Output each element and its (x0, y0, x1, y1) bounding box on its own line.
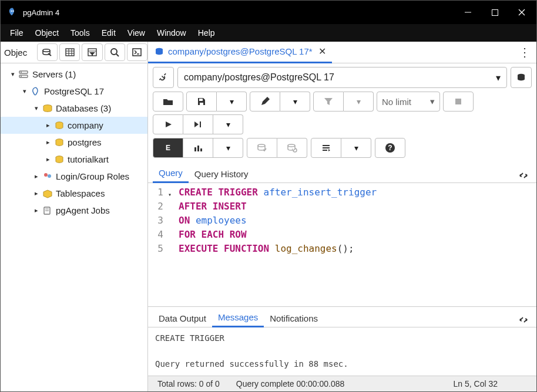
explain-button[interactable]: E (153, 138, 183, 158)
svg-rect-37 (194, 147, 196, 151)
menu-view[interactable]: View (122, 26, 151, 40)
app-window: pgAdmin 4 File Object Tools Edit View Wi… (0, 0, 537, 392)
sidebar-title: Objec (1, 48, 35, 58)
connection-bar: company/postgres@PostgreSQL 17 ▾ (148, 63, 536, 92)
macros-button[interactable] (311, 138, 341, 158)
tree-servers[interactable]: ▾ Servers (1) (1, 66, 147, 83)
toolbar-main: ▾ ▾ ▾ No limit▾ ▾ (148, 92, 536, 138)
menu-edit[interactable]: Edit (96, 26, 122, 40)
chevron-down-icon: ▾ (430, 96, 435, 107)
svg-rect-7 (66, 49, 74, 56)
tree-pgagent[interactable]: ▸ pgAgent Jobs (1, 202, 147, 219)
help-button[interactable]: ? (375, 138, 405, 158)
execute-script-button[interactable] (183, 114, 213, 134)
save-dropdown[interactable]: ▾ (217, 92, 247, 111)
message-line: CREATE TRIGGER (155, 333, 529, 343)
chevron-down-icon[interactable]: ▾ (21, 87, 29, 95)
tab-menu-button[interactable]: ⋮ (519, 45, 531, 59)
tree-tablespaces[interactable]: ▸ Tablespaces (1, 185, 147, 202)
menu-window[interactable]: Window (151, 26, 192, 40)
tree-db-postgres[interactable]: ▸ postgres (1, 134, 147, 151)
psql-tool-button[interactable] (127, 43, 147, 61)
save-button[interactable] (186, 92, 217, 111)
object-tree[interactable]: ▾ Servers (1) ▾ PostgreSQL 17 ▾ Database… (1, 63, 147, 391)
svg-point-14 (111, 49, 117, 55)
menu-object[interactable]: Object (29, 26, 65, 40)
tab-notifications[interactable]: Notifications (264, 310, 324, 327)
messages-output[interactable]: CREATE TRIGGER Query returned successful… (148, 327, 536, 376)
svg-rect-33 (199, 99, 203, 101)
app-logo-icon (6, 6, 18, 18)
filter-dropdown[interactable]: ▾ (344, 92, 374, 111)
editor-tab-label: company/postgres@PostgreSQL 17* (168, 46, 313, 56)
chevron-down-icon[interactable]: ▾ (32, 104, 41, 112)
svg-point-26 (44, 173, 48, 177)
chevron-right-icon[interactable]: ▸ (44, 156, 52, 163)
tree-db-company[interactable]: ▸ company (1, 117, 147, 134)
open-file-button[interactable] (153, 92, 183, 111)
tab-messages[interactable]: Messages (212, 309, 264, 327)
connection-status-button[interactable] (153, 67, 174, 88)
tree-databases[interactable]: ▾ Databases (3) (1, 100, 147, 117)
svg-text:?: ? (388, 144, 392, 152)
edit-button[interactable] (250, 92, 280, 111)
connection-select[interactable]: company/postgres@PostgreSQL 17 ▾ (177, 67, 507, 88)
chevron-right-icon[interactable]: ▸ (44, 138, 52, 146)
chevron-right-icon[interactable]: ▸ (32, 173, 41, 180)
svg-point-20 (21, 72, 22, 73)
chevron-right-icon[interactable]: ▸ (32, 190, 41, 197)
svg-rect-39 (200, 148, 202, 151)
status-time: Query complete 00:00:00.088 (236, 379, 344, 388)
tablespace-icon (42, 188, 53, 200)
expand-editor-button[interactable] (515, 168, 532, 183)
editor-tabbar: company/postgres@PostgreSQL 17* ✕ ⋮ (148, 42, 536, 63)
code-area[interactable]: CREATE TRIGGER after_insert_trigger AFTE… (174, 183, 536, 306)
close-tab-button[interactable]: ✕ (318, 46, 326, 57)
filter-button[interactable] (313, 92, 344, 111)
toolbar-secondary: E ▾ ▾ ? (148, 138, 536, 163)
search-objects-button[interactable] (105, 43, 125, 61)
close-button[interactable] (508, 1, 535, 24)
stop-button[interactable] (443, 92, 474, 111)
sidebar: Objec ▾ Servers (1) ▾ PostgreSQL 17 (1, 42, 148, 391)
tree-login-roles[interactable]: ▸ Login/Group Roles (1, 168, 147, 185)
body: Objec ▾ Servers (1) ▾ PostgreSQL 17 (1, 42, 536, 391)
filter-rows-button[interactable] (82, 43, 102, 61)
chevron-right-icon[interactable]: ▸ (44, 121, 52, 129)
limit-select[interactable]: No limit▾ (377, 92, 440, 111)
chevron-down-icon[interactable]: ▾ (9, 70, 17, 78)
sql-editor[interactable]: 1▾ 2 3 4 5 CREATE TRIGGER after_insert_t… (148, 183, 536, 307)
elephant-icon (30, 86, 42, 97)
database-icon (154, 47, 165, 56)
macros-dropdown[interactable]: ▾ (341, 138, 371, 158)
execute-button[interactable] (153, 114, 183, 134)
maximize-button[interactable] (481, 1, 508, 24)
tab-query[interactable]: Query (153, 164, 189, 183)
expand-output-button[interactable] (515, 313, 532, 327)
svg-point-41 (288, 144, 295, 147)
menu-help[interactable]: Help (192, 26, 221, 40)
tree-postgresql17[interactable]: ▾ PostgreSQL 17 (1, 83, 147, 100)
rollback-button[interactable] (277, 138, 307, 158)
tab-data-output[interactable]: Data Output (153, 310, 212, 327)
commit-button[interactable] (247, 138, 277, 158)
connection-label: company/postgres@PostgreSQL 17 (184, 72, 334, 83)
tree-db-tutorialkart[interactable]: ▸ tutorialkart (1, 151, 147, 168)
menu-tools[interactable]: Tools (65, 26, 96, 40)
database-icon (53, 137, 65, 148)
editor-tab[interactable]: company/postgres@PostgreSQL 17* ✕ (148, 41, 332, 63)
output-tabs: Data Output Messages Notifications (148, 307, 536, 327)
execute-dropdown[interactable]: ▾ (213, 114, 243, 134)
explain-analyze-button[interactable] (183, 138, 213, 158)
edit-dropdown[interactable]: ▾ (280, 92, 310, 111)
chevron-right-icon[interactable]: ▸ (32, 207, 41, 214)
explain-dropdown[interactable]: ▾ (213, 138, 243, 158)
view-data-button[interactable] (59, 43, 80, 61)
menu-file[interactable]: File (4, 26, 29, 40)
minimize-button[interactable] (454, 1, 481, 24)
svg-point-1 (12, 11, 14, 12)
database-group-icon (42, 103, 53, 114)
new-connection-button[interactable] (511, 67, 532, 88)
query-tool-button[interactable] (37, 43, 58, 61)
tab-query-history[interactable]: Query History (189, 165, 254, 183)
